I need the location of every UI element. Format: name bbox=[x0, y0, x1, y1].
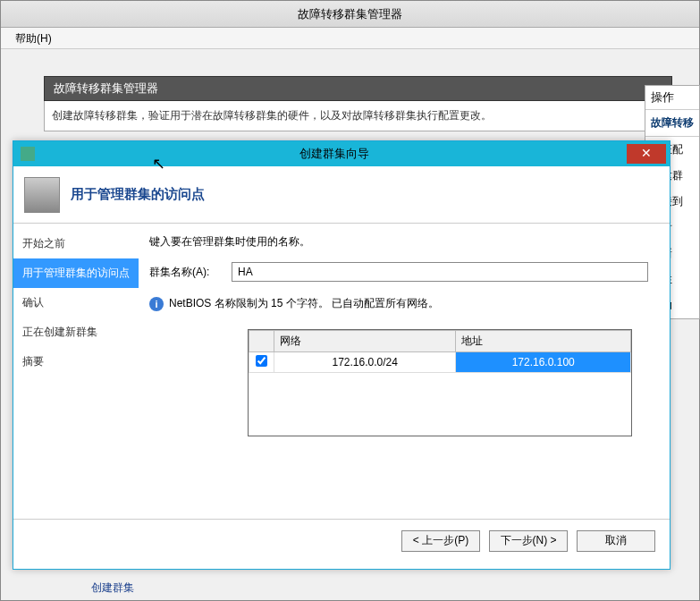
wizard-step-access-point[interactable]: 用于管理群集的访问点 bbox=[13, 258, 139, 288]
next-button[interactable]: 下一步(N) > bbox=[489, 530, 568, 552]
create-cluster-wizard: 创建群集向导 ✕ 用于管理群集的访问点 开始之前 用于管理群集的访问点 确认 正… bbox=[13, 140, 670, 570]
cluster-name-row: 群集名称(A): bbox=[149, 262, 648, 282]
wizard-titlebar[interactable]: 创建群集向导 ✕ bbox=[13, 141, 670, 166]
cancel-button[interactable]: 取消 bbox=[577, 530, 655, 552]
col-address: 地址 bbox=[456, 331, 631, 352]
help-menu[interactable]: 帮助(H) bbox=[15, 32, 52, 45]
wizard-title: 创建群集向导 bbox=[42, 146, 627, 162]
network-cell: 172.16.0.0/24 bbox=[274, 352, 456, 373]
menubar: 帮助(H) bbox=[1, 28, 699, 49]
col-network: 网络 bbox=[274, 331, 456, 352]
address-cell[interactable]: 172.16.0.100 bbox=[456, 352, 631, 373]
bottom-links: 创建群集 连接到群集... bbox=[70, 577, 154, 601]
netbios-info-text: NetBIOS 名称限制为 15 个字符。 已自动配置所有网络。 bbox=[169, 296, 439, 311]
network-checkbox[interactable] bbox=[256, 355, 267, 367]
info-icon: i bbox=[149, 297, 164, 311]
content-area: 故障转移群集管理器 创建故障转移群集，验证用于潜在故障转移群集的硬件，以及对故障… bbox=[1, 49, 699, 131]
wizard-footer: < 上一步(P) 下一步(N) > 取消 bbox=[13, 519, 670, 562]
table-row[interactable]: 172.16.0.0/24 172.16.0.100 bbox=[249, 352, 631, 373]
back-button[interactable]: < 上一步(P) bbox=[401, 530, 480, 552]
wizard-header: 用于管理群集的访问点 bbox=[13, 166, 670, 224]
wizard-main: 键入要在管理群集时使用的名称。 群集名称(A): i NetBIOS 名称限制为… bbox=[139, 224, 670, 519]
close-button[interactable]: ✕ bbox=[627, 144, 666, 164]
wizard-app-icon bbox=[21, 147, 35, 161]
wizard-step-before[interactable]: 开始之前 bbox=[13, 229, 139, 258]
link-create-cluster[interactable]: 创建群集 bbox=[70, 577, 154, 599]
wizard-body: 开始之前 用于管理群集的访问点 确认 正在创建新群集 摘要 键入要在管理群集时使… bbox=[13, 224, 670, 519]
actions-head: 操作 bbox=[645, 86, 699, 110]
panel-header: 故障转移群集管理器 bbox=[44, 76, 672, 101]
wizard-step-confirm[interactable]: 确认 bbox=[13, 288, 139, 317]
wizard-header-title: 用于管理群集的访问点 bbox=[71, 186, 205, 203]
wizard-header-icon bbox=[24, 177, 60, 213]
wizard-prompt: 键入要在管理群集时使用的名称。 bbox=[149, 234, 648, 250]
wizard-step-summary[interactable]: 摘要 bbox=[13, 347, 139, 377]
wizard-steps: 开始之前 用于管理群集的访问点 确认 正在创建新群集 摘要 bbox=[13, 224, 139, 519]
wizard-step-creating[interactable]: 正在创建新群集 bbox=[13, 317, 139, 347]
network-table: 网络 地址 172.16.0.0/24 172.16.0.100 bbox=[248, 329, 632, 436]
panel-intro: 创建故障转移群集，验证用于潜在故障转移群集的硬件，以及对故障转移群集执行配置更改… bbox=[44, 101, 672, 131]
cluster-name-label: 群集名称(A): bbox=[149, 265, 232, 280]
netbios-info: i NetBIOS 名称限制为 15 个字符。 已自动配置所有网络。 bbox=[149, 296, 648, 311]
actions-title: 故障转移 bbox=[645, 110, 699, 137]
window-title: 故障转移群集管理器 bbox=[1, 1, 699, 28]
col-check bbox=[249, 331, 274, 352]
cluster-name-input[interactable] bbox=[232, 262, 648, 282]
